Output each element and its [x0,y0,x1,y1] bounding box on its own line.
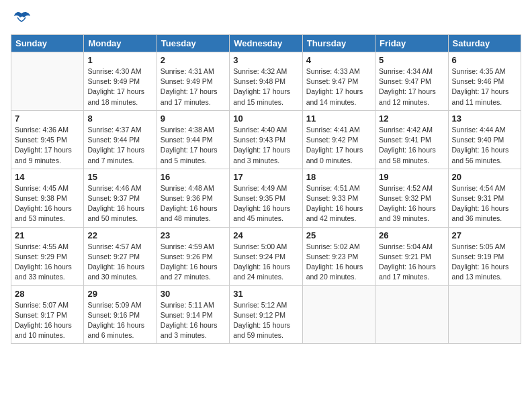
calendar-cell: 6Sunrise: 4:35 AM Sunset: 9:46 PM Daylig… [448,52,521,111]
day-info: Sunrise: 4:51 AM Sunset: 9:33 PM Dayligh… [306,183,371,224]
calendar-table: SundayMondayTuesdayWednesdayThursdayFrid… [11,34,521,344]
calendar-cell: 17Sunrise: 4:49 AM Sunset: 9:35 PM Dayli… [230,169,302,227]
day-number: 19 [379,172,444,182]
calendar-cell [375,285,448,344]
calendar-cell: 21Sunrise: 4:55 AM Sunset: 9:29 PM Dayli… [11,227,84,285]
day-number: 26 [379,230,444,240]
day-number: 15 [87,172,152,182]
day-number: 17 [233,172,298,182]
day-number: 18 [306,172,371,182]
calendar-cell: 28Sunrise: 5:07 AM Sunset: 9:17 PM Dayli… [11,285,84,344]
day-info: Sunrise: 5:11 AM Sunset: 9:14 PM Dayligh… [161,300,226,341]
calendar-cell: 4Sunrise: 4:33 AM Sunset: 9:47 PM Daylig… [302,52,375,111]
calendar-cell: 22Sunrise: 4:57 AM Sunset: 9:27 PM Dayli… [84,227,157,285]
day-info: Sunrise: 4:48 AM Sunset: 9:36 PM Dayligh… [161,183,226,224]
day-number: 27 [452,230,517,240]
calendar-cell: 27Sunrise: 5:05 AM Sunset: 9:19 PM Dayli… [448,227,521,285]
logo-bird-icon [12,11,31,26]
calendar-cell: 31Sunrise: 5:12 AM Sunset: 9:12 PM Dayli… [230,285,302,344]
day-number: 3 [233,55,298,65]
calendar-cell: 12Sunrise: 4:42 AM Sunset: 9:41 PM Dayli… [375,110,448,169]
day-number: 1 [87,55,152,65]
calendar-cell: 1Sunrise: 4:30 AM Sunset: 9:49 PM Daylig… [84,52,157,111]
calendar-cell: 9Sunrise: 4:38 AM Sunset: 9:44 PM Daylig… [157,110,229,169]
day-info: Sunrise: 4:31 AM Sunset: 9:49 PM Dayligh… [161,66,226,107]
calendar-cell: 13Sunrise: 4:44 AM Sunset: 9:40 PM Dayli… [448,110,521,169]
day-number: 20 [452,172,517,182]
calendar-cell [448,285,521,344]
calendar-cell: 19Sunrise: 4:52 AM Sunset: 9:32 PM Dayli… [375,169,448,227]
day-info: Sunrise: 4:32 AM Sunset: 9:48 PM Dayligh… [233,66,298,107]
day-info: Sunrise: 4:54 AM Sunset: 9:31 PM Dayligh… [452,183,517,224]
calendar-cell: 16Sunrise: 4:48 AM Sunset: 9:36 PM Dayli… [157,169,229,227]
day-info: Sunrise: 4:44 AM Sunset: 9:40 PM Dayligh… [452,125,517,166]
calendar-cell: 24Sunrise: 5:00 AM Sunset: 9:24 PM Dayli… [230,227,302,285]
day-number: 28 [15,289,80,299]
day-info: Sunrise: 4:49 AM Sunset: 9:35 PM Dayligh… [233,183,298,224]
calendar-cell: 5Sunrise: 4:34 AM Sunset: 9:47 PM Daylig… [375,52,448,111]
calendar-week-row: 14Sunrise: 4:45 AM Sunset: 9:38 PM Dayli… [11,169,521,227]
day-info: Sunrise: 4:37 AM Sunset: 9:44 PM Dayligh… [87,125,152,166]
day-info: Sunrise: 4:40 AM Sunset: 9:43 PM Dayligh… [233,125,298,166]
calendar-week-row: 28Sunrise: 5:07 AM Sunset: 9:17 PM Dayli… [11,285,521,344]
calendar-cell [11,52,84,111]
calendar-header-row: SundayMondayTuesdayWednesdayThursdayFrid… [11,35,521,52]
day-number: 22 [87,230,152,240]
day-info: Sunrise: 4:46 AM Sunset: 9:37 PM Dayligh… [87,183,152,224]
day-number: 13 [452,113,517,124]
calendar-cell: 7Sunrise: 4:36 AM Sunset: 9:45 PM Daylig… [11,110,84,169]
day-number: 23 [161,230,226,240]
calendar-cell: 23Sunrise: 4:59 AM Sunset: 9:26 PM Dayli… [157,227,229,285]
weekday-header-sunday: Sunday [11,35,84,52]
day-number: 14 [15,172,80,182]
calendar-week-row: 21Sunrise: 4:55 AM Sunset: 9:29 PM Dayli… [11,227,521,285]
calendar-cell: 10Sunrise: 4:40 AM Sunset: 9:43 PM Dayli… [230,110,302,169]
day-info: Sunrise: 4:42 AM Sunset: 9:41 PM Dayligh… [379,125,444,166]
calendar-cell: 20Sunrise: 4:54 AM Sunset: 9:31 PM Dayli… [448,169,521,227]
day-info: Sunrise: 5:09 AM Sunset: 9:16 PM Dayligh… [87,300,152,341]
day-info: Sunrise: 4:57 AM Sunset: 9:27 PM Dayligh… [87,242,152,283]
day-number: 6 [452,55,517,65]
calendar-week-row: 7Sunrise: 4:36 AM Sunset: 9:45 PM Daylig… [11,110,521,169]
weekday-header-wednesday: Wednesday [230,35,302,52]
day-info: Sunrise: 5:12 AM Sunset: 9:12 PM Dayligh… [233,300,298,341]
day-info: Sunrise: 4:45 AM Sunset: 9:38 PM Dayligh… [15,183,80,224]
day-number: 5 [379,55,444,65]
day-number: 29 [87,289,152,299]
calendar-cell: 14Sunrise: 4:45 AM Sunset: 9:38 PM Dayli… [11,169,84,227]
day-number: 9 [161,113,226,124]
day-info: Sunrise: 4:38 AM Sunset: 9:44 PM Dayligh… [161,125,226,166]
day-info: Sunrise: 4:36 AM Sunset: 9:45 PM Dayligh… [15,125,80,166]
day-number: 16 [161,172,226,182]
day-info: Sunrise: 4:52 AM Sunset: 9:32 PM Dayligh… [379,183,444,224]
calendar-cell: 15Sunrise: 4:46 AM Sunset: 9:37 PM Dayli… [84,169,157,227]
weekday-header-saturday: Saturday [448,35,521,52]
day-number: 30 [161,289,226,299]
day-info: Sunrise: 4:35 AM Sunset: 9:46 PM Dayligh… [452,66,517,107]
day-number: 2 [161,55,226,65]
weekday-header-friday: Friday [375,35,448,52]
day-info: Sunrise: 4:41 AM Sunset: 9:42 PM Dayligh… [306,125,371,166]
day-number: 31 [233,289,298,299]
calendar-cell: 26Sunrise: 5:04 AM Sunset: 9:21 PM Dayli… [375,227,448,285]
day-info: Sunrise: 4:33 AM Sunset: 9:47 PM Dayligh… [306,66,371,107]
calendar-cell: 8Sunrise: 4:37 AM Sunset: 9:44 PM Daylig… [84,110,157,169]
day-number: 11 [306,113,371,124]
calendar-cell: 25Sunrise: 5:02 AM Sunset: 9:23 PM Dayli… [302,227,375,285]
day-number: 4 [306,55,371,65]
page-header [11,11,521,29]
calendar-cell: 11Sunrise: 4:41 AM Sunset: 9:42 PM Dayli… [302,110,375,169]
day-number: 25 [306,230,371,240]
day-info: Sunrise: 4:30 AM Sunset: 9:49 PM Dayligh… [87,66,152,107]
calendar-cell [302,285,375,344]
calendar-week-row: 1Sunrise: 4:30 AM Sunset: 9:49 PM Daylig… [11,52,521,111]
day-number: 12 [379,113,444,124]
day-number: 24 [233,230,298,240]
day-number: 21 [15,230,80,240]
calendar-cell: 29Sunrise: 5:09 AM Sunset: 9:16 PM Dayli… [84,285,157,344]
day-info: Sunrise: 4:34 AM Sunset: 9:47 PM Dayligh… [379,66,444,107]
logo [11,11,32,29]
day-info: Sunrise: 5:02 AM Sunset: 9:23 PM Dayligh… [306,242,371,283]
day-info: Sunrise: 5:05 AM Sunset: 9:19 PM Dayligh… [452,242,517,283]
day-info: Sunrise: 5:00 AM Sunset: 9:24 PM Dayligh… [233,242,298,283]
